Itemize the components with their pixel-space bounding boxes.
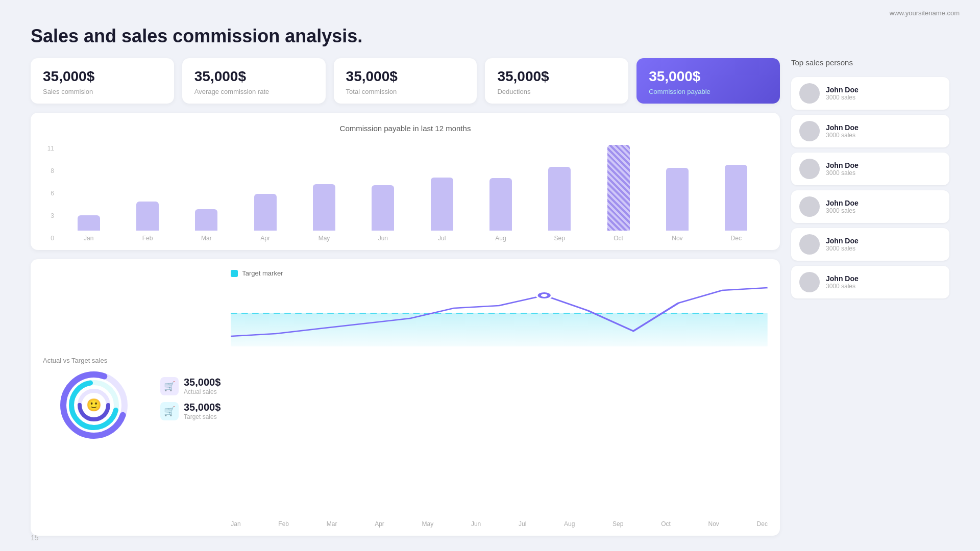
kpi-card-3: 35,000$ Deductions	[485, 58, 628, 104]
kpi-label-1: Average commission rate	[194, 88, 313, 95]
person-info-0: John Doe 3000 sales	[826, 86, 859, 101]
bar-month-label: Apr	[260, 235, 270, 242]
line-month-label: Aug	[564, 520, 575, 528]
avatar-2	[799, 159, 820, 179]
bar-month-label: Sep	[554, 235, 565, 242]
kpi-label-4: Commission payable	[649, 88, 768, 95]
legend-sublabel-1: Target sales	[184, 413, 220, 420]
kpi-label-2: Total commission	[346, 88, 465, 95]
y-label: 8	[45, 167, 54, 174]
content-area: 35,000$ Sales commision 35,000$ Average …	[31, 58, 949, 536]
kpi-card-1: 35,000$ Average commission rate	[182, 58, 326, 104]
target-marker-label: Target marker	[242, 269, 283, 277]
kpi-card-2: 35,000$ Total commission	[334, 58, 477, 104]
donut-center-icon: 🙂	[86, 398, 102, 412]
bar-apr	[254, 194, 277, 231]
avatar-3	[799, 196, 820, 217]
legend-item-0: 🛒 35,000$ Actual sales	[160, 377, 220, 395]
line-month-label: Dec	[757, 520, 768, 528]
avatar-0	[799, 83, 820, 104]
person-sales-4: 3000 sales	[826, 245, 859, 252]
line-legend: Target marker	[231, 269, 768, 277]
line-chart-area: Target marker	[231, 269, 768, 528]
legend-value-1: 35,000$	[184, 402, 220, 413]
sales-persons-list: John Doe 3000 sales John Doe 3000 sales …	[791, 77, 949, 298]
person-info-2: John Doe 3000 sales	[826, 161, 859, 177]
bar-chart-area: 036811 JanFebMarAprMayJunJulAugSepOctNov…	[45, 140, 766, 242]
kpi-card-4: 35,000$ Commission payable	[636, 58, 780, 104]
bar-dec	[725, 165, 747, 231]
bar-col-jan: Jan	[59, 145, 118, 242]
kpi-card-0: 35,000$ Sales commision	[31, 58, 174, 104]
donut-chart: 🙂	[58, 369, 130, 441]
sales-legend: 🛒 35,000$ Actual sales 🛒 35,000$ Target …	[160, 269, 220, 528]
sales-person-card-1: John Doe 3000 sales	[791, 115, 949, 147]
person-sales-3: 3000 sales	[826, 207, 859, 214]
bar-oct	[607, 145, 630, 231]
kpi-value-1: 35,000$	[194, 68, 313, 85]
person-sales-0: 3000 sales	[826, 94, 859, 101]
kpi-value-0: 35,000$	[43, 68, 162, 85]
actual-vs-target-title: Actual vs Target sales	[43, 357, 107, 364]
legend-value-0: 35,000$	[184, 377, 220, 388]
bar-month-label: Jul	[438, 235, 446, 242]
line-month-label: Apr	[375, 520, 384, 528]
bar-month-label: Jan	[84, 235, 93, 242]
right-panel: Top sales persons John Doe 3000 sales Jo…	[791, 58, 949, 536]
y-label: 0	[45, 235, 54, 242]
bar-chart-yaxis: 036811	[45, 145, 59, 242]
bar-col-apr: Apr	[236, 145, 295, 242]
sales-person-card-3: John Doe 3000 sales	[791, 190, 949, 223]
bar-col-oct: Oct	[589, 145, 648, 242]
legend-item-1: 🛒 35,000$ Target sales	[160, 402, 220, 420]
bar-col-aug: Aug	[471, 145, 530, 242]
bar-mar	[195, 209, 217, 231]
bar-jul	[431, 178, 453, 231]
line-chart-months: JanFebMarAprMayJunJulAugSepOctNovDec	[231, 518, 768, 528]
person-sales-2: 3000 sales	[826, 169, 859, 177]
bar-month-label: Aug	[495, 235, 506, 242]
bar-chart-body: JanFebMarAprMayJunJulAugSepOctNovDec	[59, 145, 766, 242]
bar-col-feb: Feb	[118, 145, 177, 242]
person-name-4: John Doe	[826, 237, 859, 245]
kpi-label-0: Sales commision	[43, 88, 162, 95]
site-url: www.yoursitename.com	[890, 9, 960, 17]
person-sales-1: 3000 sales	[826, 132, 859, 139]
kpi-value-2: 35,000$	[346, 68, 465, 85]
legend-texts-0: 35,000$ Actual sales	[184, 377, 220, 395]
bar-month-label: Nov	[672, 235, 682, 242]
line-month-label: Jun	[471, 520, 481, 528]
kpi-row: 35,000$ Sales commision 35,000$ Average …	[31, 58, 780, 104]
left-panel: 35,000$ Sales commision 35,000$ Average …	[31, 58, 780, 536]
target-marker-dot	[231, 270, 238, 277]
person-info-1: John Doe 3000 sales	[826, 123, 859, 139]
bar-aug	[489, 178, 512, 231]
avatar-1	[799, 121, 820, 141]
y-label: 11	[45, 145, 54, 152]
bar-col-nov: Nov	[648, 145, 706, 242]
person-info-5: John Doe 3000 sales	[826, 274, 859, 290]
line-chart-svg-container	[231, 280, 768, 518]
legend-sublabel-0: Actual sales	[184, 388, 220, 395]
sales-person-card-4: John Doe 3000 sales	[791, 228, 949, 261]
bar-month-label: Oct	[614, 235, 623, 242]
legend-icon-0: 🛒	[160, 377, 179, 395]
kpi-value-4: 35,000$	[649, 68, 768, 85]
bottom-chart-card: Actual vs Target sales	[31, 259, 780, 536]
bar-jun	[372, 185, 394, 231]
bar-chart-card: Commission payable in last 12 months 036…	[31, 113, 780, 250]
person-name-0: John Doe	[826, 86, 859, 94]
bar-col-sep: Sep	[530, 145, 589, 242]
line-month-label: Mar	[327, 520, 337, 528]
main-container: Sales and sales commission analysis. 35,…	[31, 26, 949, 536]
svg-point-9	[541, 294, 548, 297]
top-sales-title: Top sales persons	[791, 58, 949, 67]
bar-month-label: Dec	[731, 235, 742, 242]
bar-col-mar: Mar	[177, 145, 236, 242]
person-info-3: John Doe 3000 sales	[826, 199, 859, 214]
sales-person-card-2: John Doe 3000 sales	[791, 153, 949, 185]
bar-col-jun: Jun	[354, 145, 412, 242]
bar-col-may: May	[295, 145, 353, 242]
person-name-1: John Doe	[826, 123, 859, 132]
legend-texts-1: 35,000$ Target sales	[184, 402, 220, 420]
